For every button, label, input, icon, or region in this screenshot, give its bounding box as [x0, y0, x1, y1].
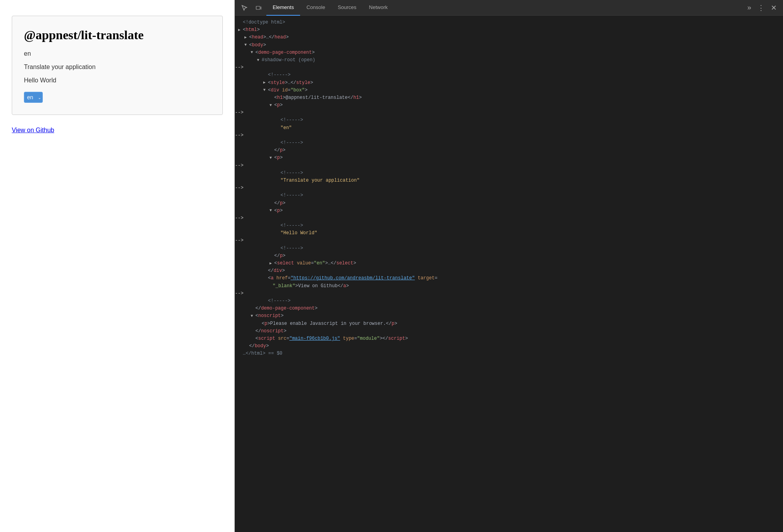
code-line: <!----->	[235, 169, 783, 177]
code-line: "Hello World"	[235, 230, 783, 237]
lang-select[interactable]: en es fr de	[24, 92, 43, 103]
tab-sources[interactable]: Sources	[331, 0, 363, 16]
code-line: <body>	[235, 42, 783, 49]
device-toggle-button[interactable]	[252, 2, 265, 14]
code-line: <!doctype html>	[235, 19, 783, 26]
devtools-close-button[interactable]: ✕	[768, 4, 780, 12]
code-line: <a href="https://github.com/andreasbm/li…	[235, 275, 783, 282]
more-tabs-button[interactable]: »	[744, 4, 754, 12]
devtools-panel: Elements Console Sources Network » ⋮ ✕ <…	[235, 0, 783, 532]
code-line: …</html> == $0	[235, 350, 783, 357]
code-line: </noscript>	[235, 328, 783, 335]
code-line: <p>	[235, 207, 783, 215]
code-line: #shadow-root (open)	[235, 56, 783, 64]
code-line: <noscript>	[235, 312, 783, 320]
toggle-arrow[interactable]	[269, 102, 274, 109]
code-line: </p>	[235, 200, 783, 207]
toggle-arrow[interactable]	[244, 42, 249, 48]
code-line: <demo-page-component>	[235, 49, 783, 56]
demo-title: @appnest/lit-translate	[24, 28, 211, 42]
toggle-arrow[interactable]	[251, 313, 255, 319]
svg-rect-0	[256, 6, 260, 9]
tab-console[interactable]: Console	[300, 0, 331, 16]
code-line: <!----->	[235, 139, 783, 147]
inspect-element-button[interactable]	[238, 2, 251, 14]
toggle-arrow[interactable]	[263, 80, 268, 86]
toggle-arrow[interactable]	[269, 261, 274, 267]
code-line: <script src="main-f96cb1b0.js" type="mod…	[235, 335, 783, 343]
code-line: <p>	[235, 102, 783, 109]
code-line: <!----->	[235, 245, 783, 252]
toggle-arrow[interactable]	[269, 155, 274, 161]
code-line: <h1>@appnest/lit-translate</h1>	[235, 94, 783, 102]
devtools-toolbar: Elements Console Sources Network » ⋮ ✕	[235, 0, 783, 16]
toggle-arrow[interactable]	[238, 27, 243, 33]
devtools-tabs: Elements Console Sources Network	[266, 0, 744, 16]
code-line: <p>	[235, 154, 783, 162]
code-line: <head>…</head>	[235, 34, 783, 41]
code-line: </demo-page-component>	[235, 305, 783, 312]
code-line: </div>	[235, 267, 783, 275]
code-line: </body>	[235, 343, 783, 350]
demo-lang: en	[24, 50, 211, 57]
toggle-arrow[interactable]	[257, 57, 262, 64]
demo-translate-text: Translate your application	[24, 64, 211, 71]
code-line: <!----->	[235, 117, 783, 124]
code-line: <!----->	[235, 192, 783, 199]
code-line: <select value="en" >…</select>	[235, 260, 783, 267]
code-line: "_blank">View on Github</a>	[235, 282, 783, 290]
code-line: <!----->	[235, 71, 783, 79]
code-line: "Translate your application"	[235, 177, 783, 184]
code-line: </p>	[235, 147, 783, 154]
svg-rect-1	[260, 7, 262, 9]
browser-preview: @appnest/lit-translate en Translate your…	[0, 0, 235, 532]
code-line: <html>	[235, 26, 783, 34]
toggle-arrow[interactable]	[251, 49, 255, 56]
tab-network[interactable]: Network	[363, 0, 394, 16]
demo-hello: Hello World	[24, 77, 211, 84]
code-line: <!----->	[235, 222, 783, 230]
toggle-arrow[interactable]	[269, 208, 274, 214]
code-line: "en"	[235, 124, 783, 132]
toggle-arrow[interactable]	[263, 87, 268, 93]
demo-box: @appnest/lit-translate en Translate your…	[12, 16, 223, 115]
devtools-content: <!doctype html> <html> <head>…</head> <b…	[235, 16, 783, 532]
code-line: <div id="box" >	[235, 87, 783, 94]
toggle-arrow[interactable]	[244, 35, 249, 41]
code-line: </p>	[235, 252, 783, 260]
lang-select-wrapper[interactable]: en es fr de	[24, 92, 43, 103]
code-line: <style>…</style>	[235, 79, 783, 87]
code-line: <p>Please enable Javascript in your brow…	[235, 320, 783, 328]
devtools-menu-button[interactable]: ⋮	[754, 4, 768, 12]
github-link[interactable]: View on Github	[12, 127, 54, 133]
tab-elements[interactable]: Elements	[266, 0, 300, 16]
code-line: <!----->	[235, 297, 783, 305]
